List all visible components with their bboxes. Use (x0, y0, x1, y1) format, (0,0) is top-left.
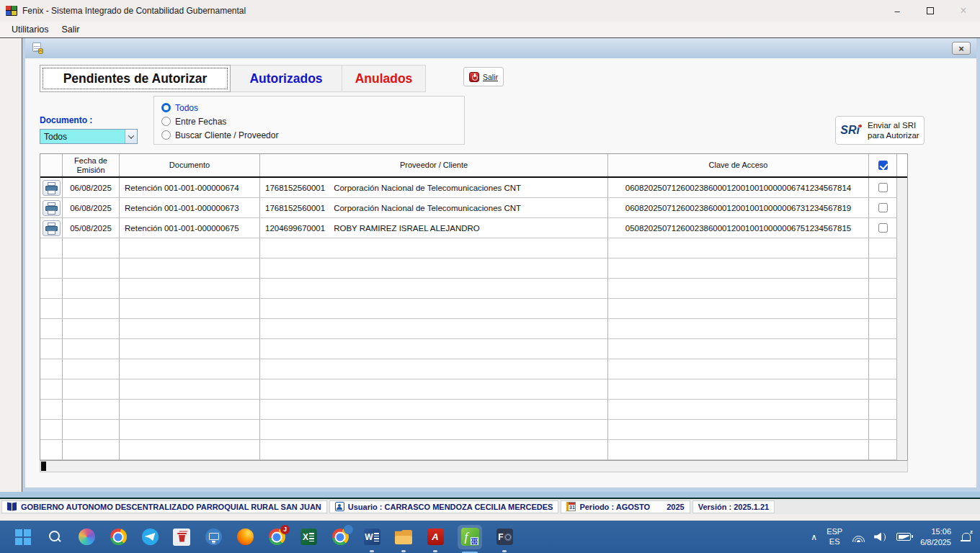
printer-icon[interactable] (43, 200, 61, 216)
table-row-empty (40, 359, 907, 379)
table-row[interactable]: 06/08/2025Retención 001-001-000000673176… (40, 198, 907, 218)
cell-print (40, 178, 63, 198)
row-checkbox[interactable] (878, 183, 888, 192)
cell-print (40, 319, 63, 339)
taskbar-excel[interactable]: X (299, 528, 318, 547)
tab-autorizados[interactable]: Autorizados (231, 65, 342, 92)
taskbar-remote-desktop[interactable] (204, 528, 223, 547)
cell-print (40, 279, 63, 299)
cell-documento (120, 319, 260, 339)
radio-icon (161, 117, 171, 126)
taskbar-word[interactable]: W (362, 528, 381, 547)
cell-clave (608, 420, 869, 440)
fenix-app-icon (6, 6, 17, 16)
table-row-empty (40, 299, 907, 319)
horizontal-scrollbar[interactable] (40, 460, 908, 472)
clock-datetime[interactable]: 15:066/8/2025 (920, 526, 951, 547)
cell-print (40, 218, 63, 238)
cell-documento (120, 279, 260, 299)
battery-icon[interactable] (896, 533, 911, 541)
taskbar-recycle-bin[interactable] (172, 528, 191, 547)
tab-pendientes-de-autorizar[interactable]: Pendientes de Autorizar (40, 65, 231, 92)
table-row-empty (40, 279, 907, 299)
window-title: Fenix - Sistema Integrado de Contabilida… (22, 6, 246, 16)
table-row-empty (40, 238, 907, 258)
taskbar-firefox[interactable] (236, 528, 254, 547)
tray-date: 6/8/2025 (920, 538, 951, 547)
cell-documento (120, 440, 260, 460)
notification-bell-icon[interactable]: z (961, 531, 971, 542)
table-row-empty (40, 379, 907, 400)
child-close-icon[interactable]: × (952, 42, 971, 55)
row-checkbox[interactable] (878, 223, 888, 233)
table-row[interactable]: 05/08/2025Retención 001-001-000000675120… (40, 218, 907, 238)
cell-fecha (63, 359, 120, 379)
radio-buscar-cliente-proveedor[interactable]: Buscar Cliente / Proveedor (161, 128, 464, 142)
acrobat-icon: A (427, 529, 444, 545)
cell-spacer (897, 279, 907, 299)
cell-documento (120, 359, 260, 379)
header-fecha-emision: Fecha de Emisión (63, 154, 120, 176)
child-window: × Pendientes de Autorizar Autorizados An… (22, 38, 980, 492)
tab-anulados[interactable]: Anulados (342, 65, 426, 92)
scrollbar-thumb[interactable] (41, 462, 46, 471)
taskbar-fenix-admin[interactable]: F (495, 528, 514, 547)
file-explorer-icon (395, 530, 412, 544)
cell-print (40, 440, 63, 460)
select-all-checkbox[interactable] (878, 161, 888, 170)
header-icon-column (40, 154, 63, 176)
salir-button[interactable]: Salir (463, 67, 504, 86)
printer-icon[interactable] (43, 180, 61, 196)
radio-todos[interactable]: Todos (161, 101, 464, 114)
minimize-icon[interactable]: – (881, 0, 914, 22)
enviar-al-sri-button[interactable]: SRi Enviar al SRIpara Autorizar (835, 116, 925, 145)
taskbar-chrome[interactable] (109, 528, 128, 547)
cell-proveedor (260, 279, 608, 299)
radio-entre-fechas[interactable]: Entre Fechas (161, 114, 464, 128)
taskbar-fenix-active[interactable]: f (458, 525, 482, 549)
tray-time: 15:06 (931, 527, 951, 536)
header-proveedor-cliente: Proveedor / Cliente (260, 154, 608, 176)
cell-fecha (63, 258, 120, 279)
chevron-down-icon[interactable] (125, 130, 137, 143)
cell-spacer (897, 440, 907, 460)
table-row-empty (40, 258, 907, 279)
documento-label: Documento : (40, 115, 146, 125)
proveedor-nombre: ROBY RAMIREZ ISRAEL ALEJANDRO (334, 224, 480, 233)
cell-fecha (63, 238, 120, 258)
documento-dropdown[interactable]: Todos (40, 129, 138, 144)
taskbar-telegram[interactable] (141, 528, 159, 547)
wifi-icon[interactable] (852, 532, 865, 542)
cell-print (40, 299, 63, 319)
cell-fecha (63, 279, 120, 299)
tab-strip: Pendientes de Autorizar Autorizados Anul… (40, 65, 976, 92)
cell-proveedor (260, 400, 608, 420)
cell-proveedor (260, 440, 608, 460)
menu-item-salir[interactable]: Salir (55, 23, 86, 36)
close-icon[interactable]: × (947, 0, 980, 22)
taskbar-chrome-search[interactable] (331, 528, 349, 547)
cell-documento: Retención 001-001-000000674 (120, 178, 260, 198)
tray-chevron-up-icon[interactable]: ∧ (811, 532, 817, 542)
firefox-icon (237, 529, 254, 545)
taskbar-file-explorer[interactable] (394, 528, 413, 547)
taskbar-copilot[interactable] (77, 528, 96, 547)
volume-icon[interactable] (874, 532, 887, 542)
cell-spacer (897, 379, 907, 400)
row-checkbox[interactable] (878, 203, 888, 212)
taskbar-search[interactable] (45, 528, 64, 547)
table-row[interactable]: 06/08/2025Retención 001-001-000000674176… (40, 178, 907, 198)
menu-item-utilitarios[interactable]: Utilitarios (5, 23, 55, 36)
start-button[interactable] (14, 528, 32, 547)
taskbar-acrobat[interactable]: A (426, 528, 445, 547)
printer-icon[interactable] (43, 220, 61, 236)
language-indicator[interactable]: ESPES (827, 527, 842, 547)
cell-checkbox (869, 379, 897, 400)
taskbar-chrome-profile[interactable]: J (267, 528, 286, 547)
cell-checkbox (869, 339, 897, 359)
system-tray: ∧ ESPES 15:066/8/2025 z (811, 521, 980, 553)
cell-proveedor: 1204699670001ROBY RAMIREZ ISRAEL ALEJAND… (260, 218, 608, 238)
proveedor-nombre: Corporación Nacional de Telecomunicacion… (334, 184, 521, 192)
maximize-icon[interactable] (914, 0, 947, 22)
fenix-icon: f (461, 528, 479, 546)
